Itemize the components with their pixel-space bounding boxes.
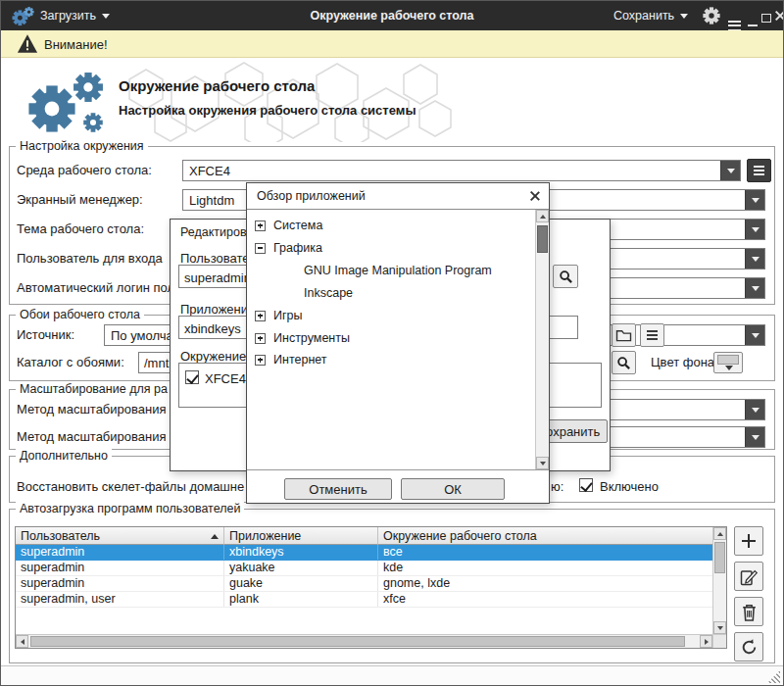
tree-item-graphics[interactable]: Графика xyxy=(255,240,322,256)
expander-collapsed-icon[interactable] xyxy=(255,220,266,231)
chevron-down-icon xyxy=(102,14,110,19)
restore-skel-label-end: ю: xyxy=(551,479,564,494)
table-row[interactable]: superadmin xbindkeys все xyxy=(16,545,712,561)
wallpaper-source-label: Источник: xyxy=(17,327,74,342)
load-menu-button[interactable]: Загрузить xyxy=(40,1,110,30)
search-icon xyxy=(559,270,573,284)
scrollbar-thumb[interactable] xyxy=(537,225,548,253)
chevron-down-icon[interactable] xyxy=(745,249,764,269)
delete-autostart-button[interactable] xyxy=(734,597,763,626)
input-value: superadmin xyxy=(184,270,251,285)
expander-collapsed-icon[interactable] xyxy=(255,311,266,321)
table-horizontal-scrollbar[interactable] xyxy=(16,634,712,648)
resize-grip-icon[interactable] xyxy=(767,670,780,683)
tree-item-games[interactable]: Игры xyxy=(255,308,302,323)
tree-item-system[interactable]: Система xyxy=(255,218,322,233)
delete-icon xyxy=(741,603,758,621)
chevron-down-icon[interactable] xyxy=(745,325,764,345)
cancel-button-label: Отменить xyxy=(309,482,367,497)
maximize-button[interactable] xyxy=(761,11,771,25)
divider xyxy=(247,469,549,470)
divider xyxy=(247,209,549,210)
edit-autostart-button[interactable] xyxy=(734,562,763,591)
cancel-button[interactable]: Отменить xyxy=(284,478,392,500)
ok-button-label: ОК xyxy=(444,482,462,497)
cell-app: xbindkeys xyxy=(224,545,378,560)
additional-legend: Дополнительно xyxy=(16,449,112,463)
tree-item-label: Inkscape xyxy=(304,286,353,300)
expander-expanded-icon[interactable] xyxy=(255,243,266,254)
chevron-down-icon[interactable] xyxy=(745,190,764,210)
expander-collapsed-icon[interactable] xyxy=(255,355,266,366)
scrollbar-thumb[interactable] xyxy=(714,542,725,573)
menu-icon[interactable] xyxy=(728,15,741,29)
chevron-down-icon[interactable] xyxy=(745,427,764,447)
desktop-environment-tool-button[interactable] xyxy=(747,159,771,182)
column-header-user[interactable]: Пользователь xyxy=(16,527,224,545)
scrollbar-thumb[interactable] xyxy=(30,636,685,647)
chevron-down-icon[interactable] xyxy=(720,161,740,180)
add-icon xyxy=(742,534,756,548)
table-vertical-scrollbar[interactable] xyxy=(712,527,726,634)
desktop-environment-combobox[interactable]: XFCE4 xyxy=(182,160,741,181)
chevron-down-icon[interactable] xyxy=(745,278,764,298)
tree-item-internet[interactable]: Интернет xyxy=(255,352,327,368)
desktop-environment-label: Среда рабочего стола: xyxy=(17,163,152,177)
wallpaper-dir-search-button[interactable] xyxy=(612,351,636,374)
chevron-down-icon[interactable] xyxy=(745,400,764,419)
window-title: Окружение рабочего стола xyxy=(311,9,474,23)
desktop-theme-label: Тема рабочего стола: xyxy=(17,221,144,236)
tree-item-inkscape[interactable]: Inkscape xyxy=(304,285,353,301)
dialog-close-button[interactable] xyxy=(529,190,541,205)
scroll-down-button[interactable] xyxy=(713,621,726,634)
env-xfce4-checkbox[interactable] xyxy=(185,370,199,384)
cell-env: gnome, lxde xyxy=(378,576,712,591)
expander-collapsed-icon[interactable] xyxy=(255,333,266,344)
wallpaper-folder-button[interactable] xyxy=(612,323,636,347)
scroll-up-button[interactable] xyxy=(536,210,549,222)
save-menu-button[interactable]: Сохранить xyxy=(613,1,688,30)
cell-app: yakuake xyxy=(224,561,378,575)
scroll-down-button[interactable] xyxy=(536,457,549,469)
settings-gear-icon[interactable] xyxy=(703,7,720,24)
chevron-down-icon[interactable] xyxy=(745,220,764,239)
scaling-legend: Масштабирование для ра xyxy=(16,382,172,396)
column-header-label: Приложение xyxy=(229,529,301,543)
cell-user: superadmin xyxy=(16,545,224,560)
cell-env: xfce xyxy=(378,592,712,607)
cell-user: superadmin xyxy=(16,561,224,575)
hex-pattern-decoration xyxy=(112,60,455,142)
restore-enabled-checkbox[interactable] xyxy=(579,478,593,492)
column-header-app[interactable]: Приложение xyxy=(224,527,378,545)
scroll-left-button[interactable] xyxy=(16,635,28,648)
environment-legend: Настройка окружения xyxy=(16,139,148,153)
column-header-env[interactable]: Окружение рабочего стола xyxy=(378,527,712,545)
tree-vertical-scrollbar[interactable] xyxy=(535,210,549,469)
app-browser-dialog: Обзор приложений Система Графика GNU Ima… xyxy=(246,182,550,504)
tree-item-tools[interactable]: Инструменты xyxy=(255,330,350,346)
edit-user-search-button[interactable] xyxy=(553,265,578,288)
wallpaper-list-button[interactable] xyxy=(640,323,664,347)
warning-icon xyxy=(17,33,38,54)
cell-env: все xyxy=(378,545,712,560)
close-button[interactable] xyxy=(774,10,784,24)
table-row[interactable]: superadmin guake gnome, lxde xyxy=(16,576,712,592)
column-header-label: Пользователь xyxy=(21,529,100,543)
table-row[interactable]: superadmin, user plank xfce xyxy=(16,592,712,608)
bgcolor-picker-button[interactable] xyxy=(713,352,743,373)
wallpaper-dir-label: Каталог с обоями: xyxy=(17,355,124,369)
minimize-button[interactable] xyxy=(748,15,758,29)
table-row[interactable]: superadmin yakuake kde xyxy=(16,561,712,576)
scroll-up-button[interactable] xyxy=(713,527,726,540)
input-value: xbindkeys xyxy=(184,321,241,336)
tree-item-label: GNU Image Manipulation Program xyxy=(304,264,492,277)
ok-button[interactable]: ОК xyxy=(401,478,505,500)
warning-bar: Внимание! xyxy=(1,30,783,58)
add-autostart-button[interactable] xyxy=(734,526,763,556)
search-icon xyxy=(616,356,631,370)
scroll-right-button[interactable] xyxy=(700,635,712,648)
column-header-label: Окружение рабочего стола xyxy=(383,529,537,543)
tree-item-gimp[interactable]: GNU Image Manipulation Program xyxy=(304,263,492,278)
tree-item-label: Графика xyxy=(273,241,322,255)
refresh-autostart-button[interactable] xyxy=(734,632,763,662)
